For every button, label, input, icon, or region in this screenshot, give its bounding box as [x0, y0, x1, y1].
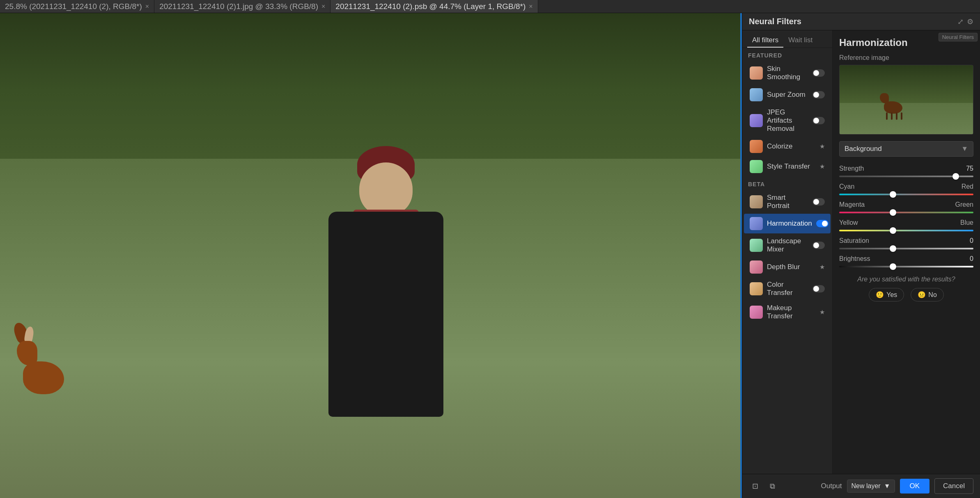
tab-wait-list[interactable]: Wait list [783, 34, 817, 48]
dropdown-arrow-icon: ▼ [961, 145, 968, 153]
panel-settings-icon[interactable]: ⚙ [967, 17, 973, 26]
tab-2-close[interactable]: × [321, 3, 325, 10]
strength-value: 75 [966, 165, 973, 172]
makeup-transfer-name: Makeup Transfer [767, 304, 815, 320]
section-beta: BETA [742, 177, 832, 190]
harmonization-icon [750, 217, 763, 230]
smart-portrait-icon [750, 195, 763, 208]
filter-color-transfer[interactable]: Color Transfer [744, 277, 831, 300]
man-head [359, 162, 413, 216]
cyan-red-thumb[interactable] [890, 191, 896, 198]
yes-label: Yes [886, 291, 897, 299]
section-featured: FEATURED [742, 48, 832, 61]
saturation-thumb[interactable] [890, 245, 896, 252]
satisfaction-no-button[interactable]: 😐 No [911, 288, 943, 302]
depth-blur-star[interactable]: ★ [819, 263, 825, 271]
filter-harmonization[interactable]: Harmonization [744, 214, 831, 233]
style-transfer-name: Style Transfer [767, 162, 815, 171]
harmonization-toggle[interactable] [816, 220, 829, 227]
deer-body [23, 361, 64, 394]
panel-expand-icon[interactable]: ⤢ [957, 17, 964, 26]
bottom-bar: ⊡ ⧉ Output New layer ▼ OK Cancel [742, 474, 980, 498]
super-zoom-toggle[interactable] [812, 91, 825, 98]
filter-jpeg-artifacts[interactable]: JPEG Artifacts Removal [744, 105, 831, 136]
color-transfer-name: Color Transfer [767, 281, 808, 297]
slider-magenta-green: Magenta Green [839, 201, 973, 213]
reference-image[interactable] [839, 65, 973, 135]
filter-makeup-transfer[interactable]: Makeup Transfer ★ [744, 301, 831, 324]
tab-2[interactable]: 20211231_122410 (2)1.jpg @ 33.3% (RGB/8)… [154, 0, 330, 13]
filters-list: All filters Wait list FEATURED Skin Smoo… [742, 30, 833, 474]
skin-smoothing-icon [750, 66, 763, 80]
ok-button[interactable]: OK [900, 479, 930, 493]
skin-smoothing-toggle[interactable] [812, 69, 825, 77]
output-dropdown[interactable]: New layer ▼ [847, 480, 895, 493]
background-dropdown[interactable]: Background ▼ [839, 141, 973, 157]
magenta-green-thumb[interactable] [890, 209, 896, 216]
tab-bar: 25.8% (20211231_122410 (2), RGB/8*) × 20… [0, 0, 980, 13]
depth-blur-icon [750, 260, 763, 274]
output-value: New layer [851, 482, 881, 490]
style-transfer-star[interactable]: ★ [819, 163, 825, 170]
filter-colorize[interactable]: Colorize ★ [744, 137, 831, 156]
brightness-value: 0 [970, 255, 973, 263]
cancel-button[interactable]: Cancel [934, 478, 973, 494]
smile-icon: 🙂 [876, 291, 884, 299]
settings-panel: Harmonization Reference image [833, 30, 980, 474]
dropdown-value: Background [845, 145, 882, 153]
no-label: No [928, 291, 936, 299]
red-label: Red [962, 183, 973, 190]
saturation-track[interactable] [839, 248, 973, 249]
smart-portrait-toggle[interactable] [812, 198, 825, 206]
tab-3[interactable]: 20211231_122410 (2).psb @ 44.7% (Layer 1… [330, 0, 538, 13]
landscape-mixer-toggle[interactable] [812, 242, 825, 249]
tab-1[interactable]: 25.8% (20211231_122410 (2), RGB/8*) × [0, 0, 154, 13]
yellow-blue-track[interactable] [839, 230, 973, 231]
reference-image-section: Reference image [839, 54, 973, 135]
filter-landscape-mixer[interactable]: Landscape Mixer [744, 234, 831, 257]
ref-deer-head [880, 93, 889, 103]
satisfaction-buttons: 🙂 Yes 😐 No [839, 288, 973, 302]
brightness-track[interactable] [839, 266, 973, 267]
makeup-transfer-icon [750, 306, 763, 319]
magenta-label: Magenta [839, 201, 865, 208]
filter-depth-blur[interactable]: Depth Blur ★ [744, 257, 831, 277]
makeup-transfer-star[interactable]: ★ [819, 308, 825, 316]
compare-icon[interactable]: ⊡ [749, 480, 761, 492]
filter-skin-smoothing[interactable]: Skin Smoothing [744, 62, 831, 85]
smart-portrait-name: Smart Portrait [767, 194, 808, 210]
panel-header: Neural Filters ⤢ ⚙ [742, 13, 980, 30]
reference-image-label: Reference image [839, 54, 973, 62]
tab-3-label: 20211231_122410 (2).psb @ 44.7% (Layer 1… [335, 2, 526, 11]
neural-filters-panel: Neural Filters ⤢ ⚙ Neural Filters All fi… [742, 13, 980, 498]
colorize-name: Colorize [767, 142, 815, 151]
magenta-green-track[interactable] [839, 212, 973, 213]
yellow-blue-thumb[interactable] [890, 227, 896, 234]
ref-deer [880, 89, 909, 114]
cyan-red-track[interactable] [839, 194, 973, 195]
canvas-area [0, 13, 740, 498]
filter-super-zoom[interactable]: Super Zoom [744, 85, 831, 105]
filter-smart-portrait[interactable]: Smart Portrait [744, 190, 831, 213]
color-transfer-toggle[interactable] [812, 285, 825, 292]
satisfaction-yes-button[interactable]: 🙂 Yes [869, 288, 904, 302]
tab-3-close[interactable]: × [529, 3, 532, 10]
tab-1-label: 25.8% (20211231_122410 (2), RGB/8*) [5, 2, 142, 11]
tab-all-filters[interactable]: All filters [747, 34, 783, 48]
brightness-thumb[interactable] [890, 263, 896, 270]
strength-track[interactable] [839, 176, 973, 177]
layers-icon[interactable]: ⧉ [766, 480, 778, 492]
jpeg-artifacts-toggle[interactable] [812, 117, 825, 124]
tab-1-close[interactable]: × [145, 3, 149, 10]
slider-strength: Strength 75 [839, 165, 973, 177]
deer-figure [15, 296, 89, 411]
filter-style-transfer[interactable]: Style Transfer ★ [744, 157, 831, 176]
slider-brightness-header: Brightness 0 [839, 255, 973, 263]
colorize-star[interactable]: ★ [819, 143, 825, 150]
strength-thumb[interactable] [952, 173, 959, 180]
skin-smoothing-name: Skin Smoothing [767, 65, 808, 81]
depth-blur-name: Depth Blur [767, 263, 815, 271]
harmonization-name: Harmonization [767, 219, 812, 228]
landscape-mixer-name: Landscape Mixer [767, 237, 808, 254]
slider-saturation-header: Saturation 0 [839, 237, 973, 244]
